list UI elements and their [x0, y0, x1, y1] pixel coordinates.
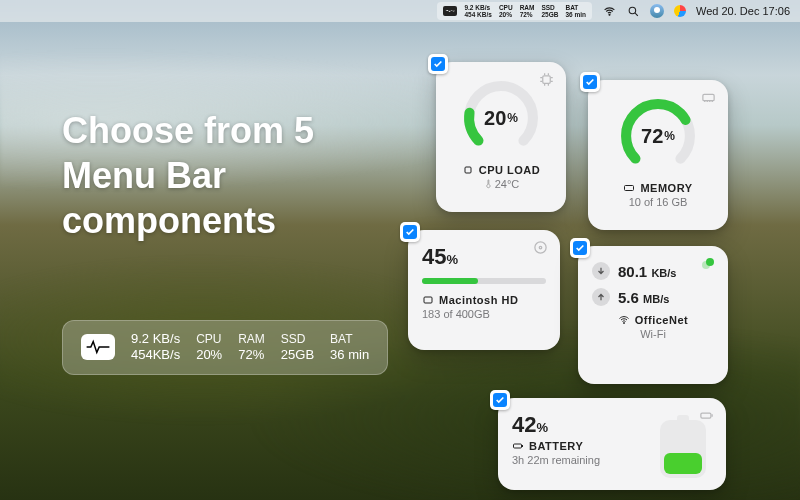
pill-cpu: CPU 20% [196, 332, 222, 363]
net-sub: Wi-Fi [592, 328, 714, 340]
stats-pill: 9.2 KB/s 454KB/s CPU 20% RAM 72% SSD 25G… [62, 320, 388, 375]
pill-net: 9.2 KB/s 454KB/s [131, 331, 180, 364]
net-down: 80.1 KB/s [592, 262, 714, 280]
net-up: 5.6 MB/s [592, 288, 714, 306]
menubar-bat: BAT 36 min [565, 4, 586, 18]
menubar-ssd: SSD 25GB [541, 4, 558, 18]
svg-rect-14 [701, 413, 711, 418]
cpu-temp: 24°C [450, 178, 552, 190]
menubar-stats[interactable]: 9.2 KB/s 454 KB/s CPU 20% RAM 72% SSD 25… [437, 2, 592, 20]
user-avatar-icon[interactable] [650, 4, 664, 18]
svg-rect-5 [465, 167, 471, 173]
checkbox-icon[interactable] [428, 54, 448, 74]
menubar-net: 9.2 KB/s 454 KB/s [464, 4, 491, 18]
cpu-gauge: 20% [459, 76, 543, 160]
svg-point-11 [539, 246, 542, 249]
svg-point-13 [623, 323, 624, 324]
widget-memory[interactable]: 72% MEMORY 10 of 16 GB [588, 80, 728, 230]
svg-rect-12 [424, 297, 432, 303]
widget-battery[interactable]: 42% BATTERY 3h 22m remaining [498, 398, 726, 490]
pulse-icon [81, 334, 115, 360]
arrow-up-icon [592, 288, 610, 306]
svg-rect-9 [625, 186, 634, 191]
memory-icon [701, 90, 716, 109]
svg-rect-15 [514, 444, 522, 448]
arrow-down-icon [592, 262, 610, 280]
pill-ram: RAM 72% [238, 332, 265, 363]
battery-icon [660, 420, 706, 478]
menu-bar: 9.2 KB/s 454 KB/s CPU 20% RAM 72% SSD 25… [0, 0, 800, 22]
net-ssid: OfficeNet [592, 314, 714, 326]
wifi-icon[interactable] [602, 4, 616, 18]
search-icon[interactable] [626, 4, 640, 18]
pill-bat: BAT 36 min [330, 332, 369, 363]
svg-rect-6 [703, 94, 714, 100]
widget-network[interactable]: 80.1 KB/s 5.6 MB/s OfficeNet Wi-Fi [578, 246, 728, 384]
disk-percent: 45% [422, 244, 546, 270]
headline: Choose from 5 Menu Bar components [62, 108, 382, 243]
disk-detail: 183 of 400GB [422, 308, 546, 320]
menubar-ram: RAM 72% [520, 4, 535, 18]
siri-icon[interactable] [674, 5, 686, 17]
svg-point-10 [535, 242, 546, 253]
widget-cpu[interactable]: 20% CPU LOAD 24°C [436, 62, 566, 212]
checkbox-icon[interactable] [400, 222, 420, 242]
pulse-icon [443, 6, 457, 16]
disk-icon [533, 240, 548, 259]
svg-point-0 [608, 14, 609, 15]
status-dot-icon [706, 258, 714, 266]
pill-ssd: SSD 25GB [281, 332, 314, 363]
checkbox-icon[interactable] [580, 72, 600, 92]
svg-rect-2 [543, 76, 551, 84]
memory-gauge: 72% [616, 94, 700, 178]
svg-point-1 [629, 7, 636, 14]
disk-title: Macintosh HD [422, 294, 546, 306]
checkbox-icon[interactable] [570, 238, 590, 258]
checkbox-icon[interactable] [490, 390, 510, 410]
menubar-clock[interactable]: Wed 20. Dec 17:06 [696, 5, 790, 17]
memory-detail: 10 of 16 GB [602, 196, 714, 208]
menubar-cpu: CPU 20% [499, 4, 513, 18]
disk-bar [422, 278, 546, 284]
widget-disk[interactable]: 45% Macintosh HD 183 of 400GB [408, 230, 560, 350]
